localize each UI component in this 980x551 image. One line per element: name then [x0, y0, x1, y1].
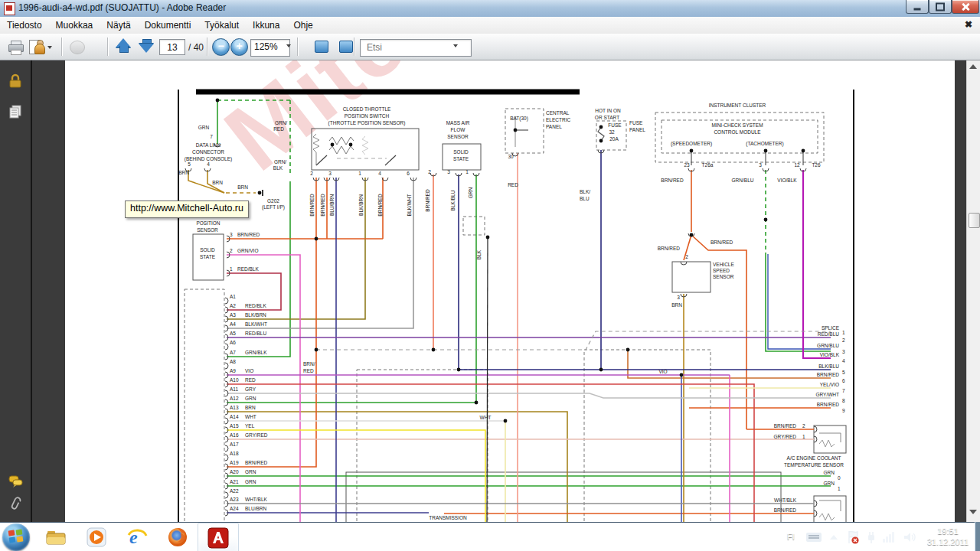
windows-flag-icon: [8, 530, 15, 536]
window-title: 1996-audi-a4-wd.pdf (SUOJATTU) - Adobe R…: [18, 2, 226, 13]
windows-explorer-icon: [44, 526, 67, 549]
menu-tyokalut[interactable]: Työkalut: [198, 18, 246, 33]
pdf-page: Mitchell-Auto.ru: [65, 60, 955, 522]
scroll-down-icon[interactable]: [969, 510, 978, 518]
zoom-in-button[interactable]: +: [230, 38, 248, 56]
share-icon: [70, 41, 85, 54]
menu-tiedosto[interactable]: Tiedosto: [0, 18, 49, 33]
keyboard-icon[interactable]: [805, 531, 822, 543]
language-indicator[interactable]: FI: [787, 532, 795, 541]
scrollbar-thumb[interactable]: [969, 213, 980, 228]
minimize-icon: [914, 8, 921, 10]
taskbar-firefox[interactable]: [157, 523, 198, 551]
fit-width-icon: [315, 41, 328, 53]
adobe-reader-icon: [207, 527, 229, 549]
minimize-button[interactable]: [906, 0, 929, 14]
document-pane: Mitchell-Auto.ru GRN7DATA LINKCONNECTOR(…: [0, 60, 980, 522]
toolbar: / 40 − + 125%: [0, 34, 980, 60]
start-button[interactable]: [2, 523, 30, 551]
show-desktop-button[interactable]: [975, 522, 980, 551]
title-bar: 1996-audi-a4-wd.pdf (SUOJATTU) - Adobe R…: [0, 0, 980, 18]
attachments-icon[interactable]: [7, 496, 24, 513]
navigation-sidebar: [0, 60, 32, 522]
taskbar: e FI: [0, 522, 980, 551]
clock[interactable]: 19:51 31.12.2011: [923, 526, 972, 547]
next-page-button[interactable]: [136, 37, 156, 57]
watermark-text: Mitchell-Auto.ru: [205, 60, 936, 191]
toolbar-separator: [354, 37, 354, 56]
windows-media-player-icon: [85, 526, 108, 549]
taskbar-windows-explorer[interactable]: [35, 523, 76, 551]
restore-icon: [936, 2, 945, 11]
previous-page-button[interactable]: [113, 37, 133, 57]
clock-time: 19:51: [923, 526, 972, 536]
fit-page-button[interactable]: [337, 37, 355, 56]
firefox-icon: [166, 526, 189, 549]
show-hidden-icons-icon[interactable]: [830, 535, 838, 540]
search-input[interactable]: [365, 41, 452, 54]
page-number-input[interactable]: [159, 39, 185, 55]
create-pdf-button[interactable]: [28, 37, 54, 56]
taskbar-adobe-reader[interactable]: [198, 523, 239, 551]
print-button[interactable]: [6, 37, 24, 56]
zoom-level-select[interactable]: 125%: [250, 39, 290, 57]
scroll-up-icon[interactable]: [969, 64, 978, 73]
fit-width-button[interactable]: [312, 37, 331, 56]
menu-muokkaa[interactable]: Muokkaa: [49, 18, 100, 33]
system-tray: FI 19:51 31.12.2011: [781, 523, 974, 551]
chevron-down-icon[interactable]: [286, 44, 291, 47]
menu-nayta[interactable]: Näytä: [100, 18, 137, 33]
menu-dokumentti[interactable]: Dokumentti: [138, 18, 198, 33]
close-button[interactable]: [952, 0, 979, 14]
toolbar-separator: [61, 37, 62, 56]
search-field[interactable]: [360, 39, 472, 57]
link-tooltip: http://www.Mitchell-Auto.ru: [125, 201, 249, 218]
menu-ikkuna[interactable]: Ikkuna: [246, 18, 286, 33]
speaker-icon[interactable]: [902, 530, 917, 545]
arrow-down-icon: [139, 44, 154, 53]
internet-explorer-icon: e: [126, 526, 149, 549]
maximize-button[interactable]: [929, 0, 952, 14]
network-signal-icon[interactable]: [883, 530, 897, 543]
chevron-down-icon[interactable]: [453, 44, 458, 47]
vertical-scrollbar[interactable]: [966, 60, 980, 522]
pdf-file-icon: [4, 2, 15, 15]
taskbar-internet-explorer[interactable]: e: [116, 523, 157, 551]
close-document-icon[interactable]: ✖: [965, 20, 974, 29]
menu-bar: Tiedosto Muokkaa Näytä Dokumentti Työkal…: [0, 17, 980, 34]
comments-icon[interactable]: [7, 473, 24, 490]
close-icon: [962, 3, 969, 11]
fit-page-icon: [339, 41, 353, 53]
toolbar-separator: [107, 37, 108, 56]
toolbar-separator: [297, 37, 298, 56]
taskbar-windows-media-player[interactable]: [76, 523, 116, 551]
action-center-flag-icon[interactable]: [845, 530, 861, 545]
menu-ohje[interactable]: Ohje: [286, 18, 319, 33]
toolbar-separator: [207, 37, 207, 56]
clock-date: 31.12.2011: [923, 536, 972, 547]
zoom-out-button[interactable]: −: [212, 38, 230, 56]
zoom-level-value: 125%: [254, 41, 278, 52]
page-thumbnails-icon[interactable]: [7, 103, 24, 120]
share-button: [67, 37, 87, 56]
power-plug-icon[interactable]: [864, 530, 879, 545]
page-total-label: / 40: [188, 42, 204, 53]
chevron-down-icon: [47, 46, 52, 49]
lock-icon[interactable]: [7, 73, 24, 90]
